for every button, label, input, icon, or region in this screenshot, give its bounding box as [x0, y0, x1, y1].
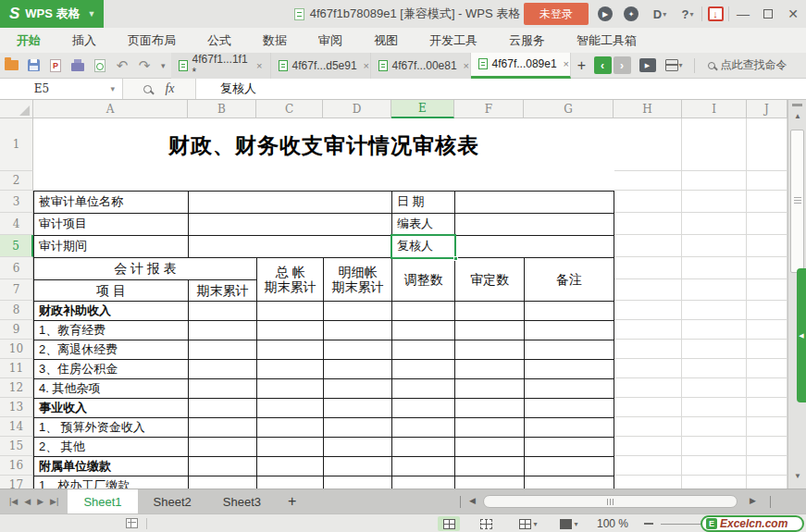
last-sheet-icon[interactable]: ▶|	[50, 497, 58, 506]
cell-A11[interactable]: 3、住房公积金	[33, 359, 189, 379]
cell-A15[interactable]: 2、 其他	[33, 437, 189, 457]
fill-handle[interactable]	[453, 256, 458, 261]
play-presentation-icon[interactable]: ▶	[639, 58, 656, 72]
column-header-B[interactable]: B	[188, 100, 256, 118]
column-header-D[interactable]: D	[323, 100, 391, 118]
cell-C11[interactable]	[256, 359, 324, 379]
cell-B14[interactable]	[188, 417, 257, 438]
docer-menu-icon[interactable]: D▾	[648, 5, 672, 23]
menu-审阅[interactable]: 审阅	[318, 32, 342, 49]
column-header-H[interactable]: H	[614, 100, 682, 118]
menu-插入[interactable]: 插入	[72, 32, 96, 49]
cell-A1[interactable]: 财政、财务收支审计情况审核表	[33, 118, 614, 172]
row-header-4[interactable]: 4	[0, 213, 33, 235]
file-tab-3[interactable]: 4f67f...00e81×	[371, 53, 471, 79]
cell-E6[interactable]: 调整数	[391, 257, 455, 302]
cell-G10[interactable]	[524, 340, 614, 360]
cell-B9[interactable]	[188, 320, 257, 340]
cell-B7[interactable]: 期末累计	[188, 279, 257, 302]
cell-A8[interactable]: 财政补助收入	[33, 301, 189, 321]
cell-A9[interactable]: 1、教育经费	[33, 320, 189, 340]
horizontal-scroll-thumb[interactable]	[483, 495, 738, 508]
cell-G15[interactable]	[524, 437, 614, 457]
row-header-5[interactable]: 5	[0, 235, 33, 257]
cell-A14[interactable]: 1、 预算外资金收入	[33, 417, 189, 438]
cell-A7[interactable]: 项 目	[33, 279, 189, 302]
cell-G6[interactable]: 备注	[524, 257, 614, 302]
cell-F13[interactable]	[454, 398, 525, 418]
cell-B11[interactable]	[188, 359, 257, 379]
menu-开发工具[interactable]: 开发工具	[429, 32, 477, 49]
cell-F3[interactable]	[454, 191, 614, 214]
cell-B10[interactable]	[188, 340, 257, 360]
cell-C17[interactable]	[256, 476, 324, 489]
print-icon[interactable]	[67, 56, 89, 76]
maximize-button[interactable]	[756, 0, 780, 28]
close-tab-icon[interactable]: ×	[256, 60, 262, 71]
row-header-13[interactable]: 13	[0, 398, 33, 417]
toolbar-options-icon[interactable]: ▾	[161, 61, 166, 70]
cell-F14[interactable]	[454, 417, 525, 438]
column-header-E[interactable]: E	[391, 100, 454, 118]
download-manager-icon[interactable]: ↓	[706, 5, 725, 23]
cell-C16[interactable]	[256, 456, 324, 476]
cell-D13[interactable]	[323, 398, 392, 418]
magnifier-icon[interactable]	[143, 85, 152, 93]
next-sheet-icon[interactable]: ▶	[37, 497, 43, 506]
first-sheet-icon[interactable]: |◀	[9, 497, 18, 506]
cell-G17[interactable]	[524, 476, 614, 489]
row-header-1[interactable]: 1	[0, 118, 33, 171]
row-header-8[interactable]: 8	[0, 301, 33, 320]
name-box[interactable]: E5 ▾	[0, 79, 123, 99]
row-header-14[interactable]: 14	[0, 417, 33, 437]
menu-智能工具箱[interactable]: 智能工具箱	[577, 32, 637, 49]
cell-E13[interactable]	[391, 398, 455, 418]
sheet-tab-sheet1[interactable]: Sheet1	[68, 489, 137, 513]
cell-E15[interactable]	[391, 437, 455, 457]
cell-E17[interactable]	[391, 476, 455, 489]
row-header-3[interactable]: 3	[0, 191, 33, 213]
close-tab-icon[interactable]: ×	[364, 60, 369, 71]
cell-B13[interactable]	[188, 398, 257, 418]
cell-B17[interactable]	[188, 476, 257, 489]
row-header-12[interactable]: 12	[0, 378, 33, 398]
cell-E8[interactable]	[391, 301, 455, 321]
cell-F9[interactable]	[454, 320, 525, 340]
undo-icon[interactable]: ↶	[111, 56, 133, 76]
row-header-10[interactable]: 10	[0, 340, 33, 359]
cell-G16[interactable]	[524, 456, 614, 476]
cell-C15[interactable]	[256, 437, 324, 457]
cell-A3[interactable]: 被审计单位名称	[33, 191, 189, 214]
wps-app-button[interactable]: S WPS 表格 ▼	[0, 0, 104, 28]
insert-function-icon[interactable]: fx	[165, 81, 174, 96]
cell-G13[interactable]	[524, 398, 614, 418]
cell-F8[interactable]	[454, 301, 525, 321]
row-header-6[interactable]: 6	[0, 257, 33, 279]
cell-F6[interactable]: 审定数	[454, 257, 525, 302]
cell-C10[interactable]	[256, 340, 324, 360]
prev-sheet-icon[interactable]: ◀	[24, 497, 31, 506]
cell-B15[interactable]	[188, 437, 257, 457]
cell-A16[interactable]: 附属单位缴款	[33, 456, 189, 476]
close-tab-icon[interactable]: ×	[564, 58, 569, 69]
scroll-left-icon[interactable]: ◀	[469, 496, 476, 505]
cell-F16[interactable]	[454, 456, 525, 476]
print-preview-icon[interactable]	[89, 56, 111, 76]
macro-record-icon[interactable]	[126, 518, 138, 528]
cell-B4[interactable]	[188, 213, 392, 236]
menu-云服务[interactable]: 云服务	[509, 32, 545, 49]
cell-A13[interactable]: 事业收入	[33, 398, 189, 418]
cell-E16[interactable]	[391, 456, 455, 476]
cell-D11[interactable]	[323, 359, 392, 379]
cell-A12[interactable]: 4. 其他杂项	[33, 378, 189, 399]
sheet-tab-sheet3[interactable]: Sheet3	[207, 489, 277, 513]
prev-tab-button[interactable]: ‹	[594, 56, 612, 74]
split-handle[interactable]	[792, 104, 802, 106]
login-button[interactable]: 未登录	[524, 3, 589, 25]
reading-view-icon[interactable]: ▾	[555, 516, 583, 531]
menu-视图[interactable]: 视图	[374, 32, 398, 49]
cell-F11[interactable]	[454, 359, 525, 379]
save-icon[interactable]	[22, 56, 44, 76]
cell-D12[interactable]	[323, 378, 392, 399]
new-document-tab-button[interactable]: +	[571, 57, 593, 74]
